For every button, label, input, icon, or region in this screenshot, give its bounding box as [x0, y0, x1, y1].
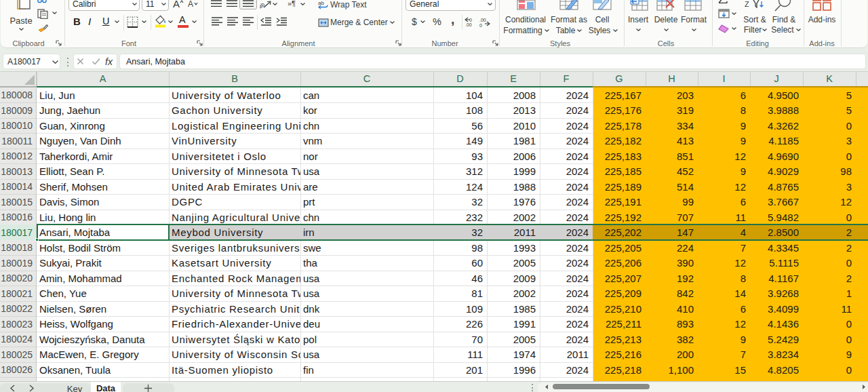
svg-text:0: 0 — [469, 18, 472, 22]
svg-text:Z: Z — [745, 0, 749, 8]
svg-text:.00: .00 — [465, 22, 472, 27]
svg-text:0: 0 — [479, 23, 482, 28]
svg-text:ab: ab — [318, 1, 324, 6]
svg-text:ab: ab — [260, 1, 266, 9]
svg-text:.00: .00 — [479, 18, 486, 22]
